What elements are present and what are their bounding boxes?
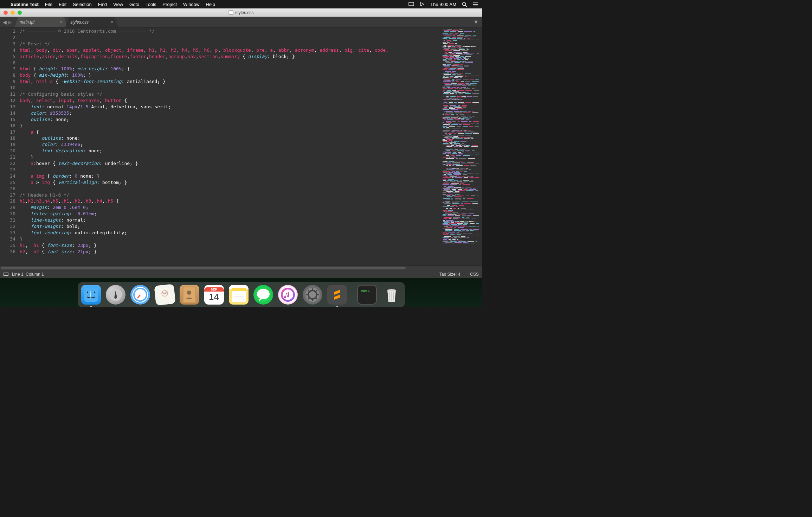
svg-rect-0 <box>409 2 414 6</box>
svg-point-12 <box>94 292 95 293</box>
dock-contacts-icon[interactable] <box>180 285 199 305</box>
tab-main-tpl[interactable]: main.tpl × <box>15 17 67 27</box>
horizontal-scrollbar[interactable] <box>0 266 482 270</box>
menu-find[interactable]: Find <box>98 2 107 7</box>
svg-line-3 <box>465 5 467 7</box>
tab-styles-css[interactable]: styles.css × <box>65 17 118 27</box>
running-indicator <box>90 306 92 307</box>
display-icon[interactable] <box>408 2 414 6</box>
menu-goto[interactable]: Goto <box>129 2 139 7</box>
window-maximize-button[interactable] <box>18 11 22 15</box>
svg-point-29 <box>283 289 293 300</box>
dock-mail-icon[interactable] <box>154 284 176 306</box>
dock-safari-icon[interactable] <box>130 285 150 305</box>
menu-file[interactable]: File <box>45 2 52 7</box>
line-number-gutter: 1234567891011121314151617181920212223242… <box>0 27 20 266</box>
svg-rect-40 <box>330 288 344 302</box>
menu-help[interactable]: Help <box>206 2 215 7</box>
svg-point-41 <box>387 289 396 291</box>
editor: 1234567891011121314151617181920212223242… <box>0 27 482 266</box>
nav-back-icon[interactable]: ◀ <box>3 19 7 25</box>
window-title: styles.css <box>228 10 253 15</box>
dock-separator <box>352 286 352 304</box>
dock-finder-icon[interactable] <box>81 285 101 305</box>
dock-sublime-icon[interactable] <box>327 285 347 305</box>
window-close-button[interactable] <box>4 11 8 15</box>
desktop: SEP 14 exec <box>0 278 482 307</box>
dock-notes-icon[interactable] <box>229 285 249 305</box>
calendar-day: 14 <box>209 292 219 302</box>
scrollbar-thumb[interactable] <box>1 267 406 269</box>
svg-point-11 <box>87 292 88 293</box>
tab-label: main.tpl <box>20 20 34 25</box>
svg-rect-22 <box>232 288 246 291</box>
tab-overflow-icon[interactable]: ▼ <box>470 17 482 27</box>
menu-selection[interactable]: Selection <box>73 2 91 7</box>
tab-bar: ◀ ▶ main.tpl × styles.css × ▼ <box>0 17 482 27</box>
status-bar: Line 1, Column 1 Tab Size: 4 CSS <box>0 270 482 278</box>
menu-tools[interactable]: Tools <box>146 2 156 7</box>
window-minimize-button[interactable] <box>11 11 15 15</box>
svg-point-2 <box>463 2 466 5</box>
tab-close-icon[interactable]: × <box>110 19 113 25</box>
svg-point-7 <box>473 2 473 3</box>
menu-edit[interactable]: Edit <box>59 2 66 7</box>
panel-toggle-icon[interactable] <box>4 273 8 276</box>
calendar-month: SEP <box>204 287 224 292</box>
dock: SEP 14 exec <box>78 282 405 307</box>
svg-rect-1 <box>410 6 412 6</box>
svg-point-9 <box>473 6 473 6</box>
running-indicator <box>336 306 338 307</box>
macos-menubar: Sublime Text File Edit Selection Find Vi… <box>0 0 482 8</box>
dock-itunes-icon[interactable] <box>278 285 298 305</box>
dock-calendar-icon[interactable]: SEP 14 <box>204 285 224 305</box>
window-title-text: styles.css <box>235 10 253 15</box>
menu-view[interactable]: View <box>113 2 123 7</box>
tab-label: styles.css <box>70 20 89 25</box>
dock-settings-icon[interactable] <box>303 285 322 305</box>
spotlight-icon[interactable] <box>462 2 467 7</box>
nav-forward-icon[interactable]: ▶ <box>8 19 12 25</box>
cursor-position[interactable]: Line 1, Column 1 <box>12 272 44 277</box>
svg-point-8 <box>473 4 473 5</box>
tab-size-indicator[interactable]: Tab Size: 4 <box>439 272 460 277</box>
dock-terminal-icon[interactable]: exec <box>357 285 377 305</box>
traffic-lights <box>4 11 22 15</box>
svg-point-27 <box>257 289 270 299</box>
dock-messages-icon[interactable] <box>253 285 273 305</box>
svg-point-21 <box>187 291 191 295</box>
script-icon[interactable] <box>420 2 425 7</box>
terminal-prompt: exec <box>361 288 370 293</box>
syntax-indicator[interactable]: CSS <box>470 272 479 277</box>
code-area[interactable]: /* ========== © 2016 Centroarts.com ====… <box>20 27 440 266</box>
dock-launchpad-icon[interactable] <box>106 285 125 305</box>
file-icon <box>228 10 233 15</box>
dock-trash-icon[interactable] <box>382 285 401 305</box>
window-titlebar[interactable]: styles.css <box>0 8 482 17</box>
menu-project[interactable]: Project <box>163 2 177 7</box>
menu-window[interactable]: Window <box>183 2 199 7</box>
tab-close-icon[interactable]: × <box>60 19 63 25</box>
nav-arrows: ◀ ▶ <box>0 17 15 27</box>
notification-center-icon[interactable] <box>473 2 478 7</box>
menubar-clock[interactable]: Thu 9:00 AM <box>430 2 456 7</box>
svg-rect-16 <box>158 288 172 302</box>
menubar-app-name[interactable]: Sublime Text <box>11 2 39 7</box>
minimap[interactable] <box>440 27 482 266</box>
